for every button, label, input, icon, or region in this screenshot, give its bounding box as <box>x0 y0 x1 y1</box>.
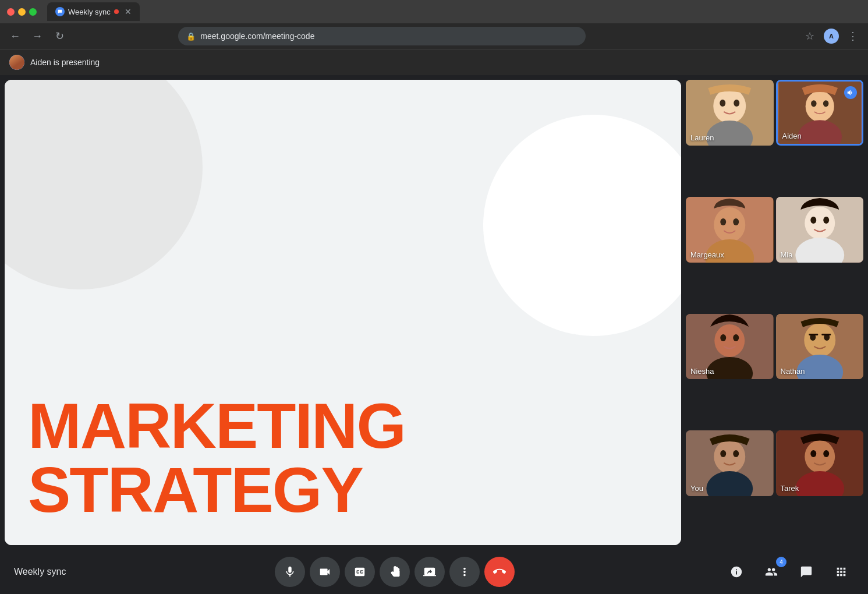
traffic-lights <box>7 8 37 16</box>
slide-content: MARKETING STRATEGY <box>5 80 681 545</box>
maximize-button[interactable] <box>29 8 37 16</box>
slide-headline-line2: STRATEGY <box>28 458 405 522</box>
end-call-button[interactable] <box>484 557 515 587</box>
refresh-button[interactable]: ↻ <box>51 28 68 44</box>
back-button[interactable]: ← <box>7 28 23 44</box>
participant-name-nathan: Nathan <box>781 367 805 376</box>
slide-text: MARKETING STRATEGY <box>28 394 405 522</box>
presenter-bar: Aiden is presenting <box>0 50 868 75</box>
svg-point-36 <box>733 450 739 457</box>
slide-bg-circle-2 <box>483 115 681 336</box>
minimize-button[interactable] <box>18 8 26 16</box>
svg-point-23 <box>720 334 726 341</box>
more-options-button[interactable] <box>449 557 480 587</box>
browser-tab[interactable]: Weekly sync ✕ <box>47 2 140 21</box>
url-bar[interactable]: 🔒 meet.google.com/meeting-code <box>178 27 586 45</box>
svg-point-13 <box>720 218 726 225</box>
svg-point-1 <box>713 89 746 123</box>
people-count-badge: 4 <box>776 557 786 567</box>
url-text: meet.google.com/meeting-code <box>200 31 578 41</box>
captions-button[interactable] <box>345 557 375 587</box>
menu-button[interactable]: ⋮ <box>845 28 861 44</box>
svg-point-14 <box>733 218 739 225</box>
presenter-status-text: Aiden is presenting <box>30 58 100 67</box>
browser-chrome: Weekly sync ✕ ← → ↻ 🔒 meet.google.com/me… <box>0 0 868 50</box>
svg-rect-30 <box>809 333 818 335</box>
raise-hand-button[interactable] <box>380 557 410 587</box>
meet-app: Aiden is presenting MARKETING STRATEGY <box>0 50 868 594</box>
svg-point-26 <box>804 323 835 356</box>
participant-tile-margeaux: Margeaux <box>686 197 774 263</box>
toolbar-controls <box>275 557 515 587</box>
title-bar: Weekly sync ✕ <box>0 0 868 23</box>
tab-title: Weekly sync <box>68 8 111 16</box>
participant-tile-you: You <box>686 430 774 496</box>
participant-name-lauren: Lauren <box>690 133 714 142</box>
svg-point-19 <box>823 217 829 224</box>
activities-button[interactable] <box>828 559 854 585</box>
participant-name-tarek: Tarek <box>781 484 799 493</box>
presentation-area: MARKETING STRATEGY <box>5 80 681 545</box>
participant-tile-nathan: Nathan <box>776 314 864 380</box>
svg-point-4 <box>734 100 739 107</box>
main-content: MARKETING STRATEGY <box>0 75 868 550</box>
participant-tile-niesha: Niesha <box>686 314 774 380</box>
speaker-active-icon <box>844 86 857 99</box>
svg-point-21 <box>714 324 745 356</box>
participant-name-niesha: Niesha <box>690 367 714 376</box>
svg-point-41 <box>823 450 829 457</box>
presenter-avatar <box>9 55 24 70</box>
tab-recording-dot <box>114 9 119 14</box>
lock-icon: 🔒 <box>186 32 196 41</box>
svg-point-18 <box>810 217 816 224</box>
svg-point-40 <box>810 450 816 457</box>
slide-headline: MARKETING STRATEGY <box>28 394 405 522</box>
participant-name-margeaux: Margeaux <box>690 250 724 259</box>
people-wrapper: 4 <box>759 559 784 585</box>
svg-point-38 <box>805 440 835 473</box>
participants-grid: Lauren Aiden <box>686 80 863 545</box>
participant-tile-lauren: Lauren <box>686 80 774 146</box>
svg-point-3 <box>720 100 725 107</box>
participant-tile-mia: Mia <box>776 197 864 263</box>
svg-point-9 <box>823 100 828 107</box>
svg-point-33 <box>714 440 745 473</box>
toolbar: Weekly sync <box>0 550 868 594</box>
participant-name-aiden: Aiden <box>782 132 802 140</box>
participant-tile-tarek: Tarek <box>776 430 864 496</box>
close-button[interactable] <box>7 8 15 16</box>
meeting-title: Weekly sync <box>14 567 66 577</box>
slide-headline-line1: MARKETING <box>28 394 405 458</box>
meet-favicon <box>55 7 65 16</box>
svg-point-8 <box>811 100 816 107</box>
forward-button[interactable]: → <box>29 28 45 44</box>
mic-button[interactable] <box>275 557 305 587</box>
svg-point-6 <box>805 91 834 122</box>
presenter-avatar-image <box>9 55 24 70</box>
chat-button[interactable] <box>793 559 819 585</box>
tab-close-button[interactable]: ✕ <box>125 7 132 16</box>
participant-tile-aiden: Aiden <box>776 80 864 146</box>
participant-name-you: You <box>690 484 703 493</box>
camera-button[interactable] <box>310 557 340 587</box>
svg-rect-31 <box>821 333 831 335</box>
svg-point-35 <box>720 450 726 457</box>
svg-point-16 <box>805 207 835 239</box>
nav-bar: ← → ↻ 🔒 meet.google.com/meeting-code ☆ A… <box>0 23 868 49</box>
info-button[interactable] <box>724 559 749 585</box>
present-button[interactable] <box>414 557 445 587</box>
nav-right-actions: ☆ A ⋮ <box>802 28 861 44</box>
svg-point-24 <box>733 334 739 341</box>
svg-point-11 <box>714 207 745 242</box>
slide-bg-circle-1 <box>5 80 203 289</box>
toolbar-right-actions: 4 <box>724 559 854 585</box>
user-avatar-nav[interactable]: A <box>824 29 839 44</box>
bookmark-button[interactable]: ☆ <box>802 28 818 44</box>
participant-name-mia: Mia <box>781 250 793 259</box>
